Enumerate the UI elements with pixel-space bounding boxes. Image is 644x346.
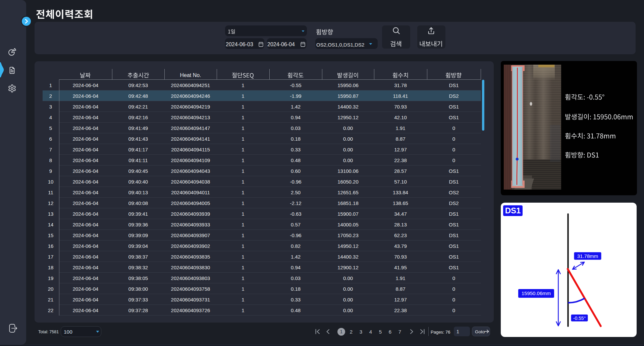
svg-text:DS1: DS1 [505, 206, 521, 215]
svg-text:31.78mm: 31.78mm [577, 253, 598, 259]
svg-text:-0.55°: -0.55° [573, 316, 586, 321]
svg-text:15950.06mm: 15950.06mm [522, 290, 551, 296]
